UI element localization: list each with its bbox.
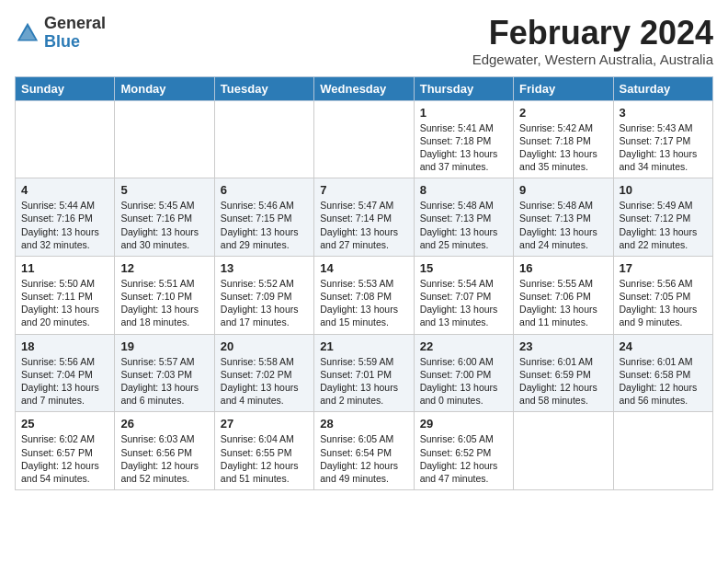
day-content: Sunrise: 5:58 AM Sunset: 7:02 PM Dayligh…: [221, 355, 308, 408]
day-header-monday: Monday: [115, 76, 214, 100]
calendar-cell: 15Sunrise: 5:54 AM Sunset: 7:07 PM Dayli…: [414, 256, 513, 334]
location-subtitle: Edgewater, Western Australia, Australia: [472, 52, 713, 67]
day-header-tuesday: Tuesday: [214, 76, 313, 100]
day-content: Sunrise: 6:00 AM Sunset: 7:00 PM Dayligh…: [420, 355, 507, 408]
calendar-cell: [514, 412, 613, 490]
day-content: Sunrise: 5:48 AM Sunset: 7:13 PM Dayligh…: [519, 199, 607, 251]
day-content: Sunrise: 5:43 AM Sunset: 7:17 PM Dayligh…: [620, 121, 707, 174]
day-number: 28: [320, 417, 407, 431]
day-content: Sunrise: 5:46 AM Sunset: 7:15 PM Dayligh…: [221, 199, 308, 251]
day-number: 1: [420, 106, 507, 120]
days-header-row: SundayMondayTuesdayWednesdayThursdayFrid…: [16, 76, 713, 100]
day-number: 7: [320, 183, 407, 197]
day-content: Sunrise: 5:47 AM Sunset: 7:14 PM Dayligh…: [320, 199, 407, 251]
calendar-cell: 14Sunrise: 5:53 AM Sunset: 7:08 PM Dayli…: [314, 256, 414, 334]
calendar-cell: 10Sunrise: 5:49 AM Sunset: 7:12 PM Dayli…: [613, 178, 712, 257]
calendar-cell: 23Sunrise: 6:01 AM Sunset: 6:59 PM Dayli…: [514, 334, 613, 412]
day-header-thursday: Thursday: [414, 76, 513, 100]
day-content: Sunrise: 5:56 AM Sunset: 7:04 PM Dayligh…: [21, 355, 108, 408]
day-number: 24: [620, 339, 707, 353]
day-number: 21: [320, 339, 407, 353]
calendar-cell: [613, 412, 712, 490]
day-content: Sunrise: 5:44 AM Sunset: 7:16 PM Dayligh…: [21, 199, 108, 251]
calendar-cell: 5Sunrise: 5:45 AM Sunset: 7:16 PM Daylig…: [115, 178, 214, 257]
day-number: 18: [21, 339, 108, 353]
calendar-cell: 11Sunrise: 5:50 AM Sunset: 7:11 PM Dayli…: [16, 256, 115, 334]
calendar-cell: [214, 100, 313, 178]
day-header-friday: Friday: [514, 76, 613, 100]
day-content: Sunrise: 5:54 AM Sunset: 7:07 PM Dayligh…: [420, 277, 507, 329]
logo: General Blue: [15, 15, 106, 52]
day-content: Sunrise: 5:56 AM Sunset: 7:05 PM Dayligh…: [620, 277, 707, 329]
day-number: 15: [420, 261, 507, 275]
calendar-week-row: 25Sunrise: 6:02 AM Sunset: 6:57 PM Dayli…: [16, 412, 713, 490]
day-content: Sunrise: 6:05 AM Sunset: 6:54 PM Dayligh…: [320, 432, 407, 485]
calendar-cell: 26Sunrise: 6:03 AM Sunset: 6:56 PM Dayli…: [115, 412, 214, 490]
day-content: Sunrise: 5:41 AM Sunset: 7:18 PM Dayligh…: [420, 121, 507, 174]
calendar-cell: 7Sunrise: 5:47 AM Sunset: 7:14 PM Daylig…: [314, 178, 414, 257]
day-number: 13: [221, 261, 308, 275]
day-number: 12: [120, 261, 208, 275]
day-number: 23: [519, 339, 607, 353]
calendar-body: 1Sunrise: 5:41 AM Sunset: 7:18 PM Daylig…: [16, 100, 713, 489]
calendar-cell: 6Sunrise: 5:46 AM Sunset: 7:15 PM Daylig…: [214, 178, 313, 257]
calendar-cell: 4Sunrise: 5:44 AM Sunset: 7:16 PM Daylig…: [16, 178, 115, 257]
day-content: Sunrise: 5:57 AM Sunset: 7:03 PM Dayligh…: [120, 355, 208, 408]
calendar-week-row: 1Sunrise: 5:41 AM Sunset: 7:18 PM Daylig…: [16, 100, 713, 178]
calendar-cell: 3Sunrise: 5:43 AM Sunset: 7:17 PM Daylig…: [613, 100, 712, 178]
day-number: 25: [21, 417, 108, 431]
calendar-header: SundayMondayTuesdayWednesdayThursdayFrid…: [16, 76, 713, 100]
calendar-cell: 29Sunrise: 6:05 AM Sunset: 6:52 PM Dayli…: [414, 412, 513, 490]
calendar-cell: 2Sunrise: 5:42 AM Sunset: 7:18 PM Daylig…: [514, 100, 613, 178]
calendar-cell: 13Sunrise: 5:52 AM Sunset: 7:09 PM Dayli…: [214, 256, 313, 334]
calendar-week-row: 18Sunrise: 5:56 AM Sunset: 7:04 PM Dayli…: [16, 334, 713, 412]
day-number: 8: [420, 183, 507, 197]
day-content: Sunrise: 5:55 AM Sunset: 7:06 PM Dayligh…: [519, 277, 607, 329]
day-content: Sunrise: 5:50 AM Sunset: 7:11 PM Dayligh…: [21, 277, 108, 329]
day-content: Sunrise: 5:59 AM Sunset: 7:01 PM Dayligh…: [320, 355, 407, 408]
day-content: Sunrise: 6:04 AM Sunset: 6:55 PM Dayligh…: [221, 432, 308, 485]
day-content: Sunrise: 6:03 AM Sunset: 6:56 PM Dayligh…: [120, 432, 208, 485]
day-header-sunday: Sunday: [16, 76, 115, 100]
day-content: Sunrise: 5:49 AM Sunset: 7:12 PM Dayligh…: [620, 199, 707, 251]
calendar-cell: 16Sunrise: 5:55 AM Sunset: 7:06 PM Dayli…: [514, 256, 613, 334]
day-number: 17: [620, 261, 707, 275]
day-content: Sunrise: 6:05 AM Sunset: 6:52 PM Dayligh…: [420, 432, 507, 485]
calendar-cell: 22Sunrise: 6:00 AM Sunset: 7:00 PM Dayli…: [414, 334, 513, 412]
logo-text: General Blue: [44, 15, 106, 52]
day-content: Sunrise: 6:01 AM Sunset: 6:59 PM Dayligh…: [519, 355, 607, 408]
day-number: 11: [21, 261, 108, 275]
calendar-cell: 1Sunrise: 5:41 AM Sunset: 7:18 PM Daylig…: [414, 100, 513, 178]
calendar-cell: 17Sunrise: 5:56 AM Sunset: 7:05 PM Dayli…: [613, 256, 712, 334]
day-number: 4: [21, 183, 108, 197]
day-content: Sunrise: 5:53 AM Sunset: 7:08 PM Dayligh…: [320, 277, 407, 329]
day-number: 20: [221, 339, 308, 353]
day-content: Sunrise: 5:42 AM Sunset: 7:18 PM Dayligh…: [519, 121, 607, 174]
month-title: February 2024: [472, 15, 713, 52]
day-number: 27: [221, 417, 308, 431]
day-header-wednesday: Wednesday: [314, 76, 414, 100]
day-content: Sunrise: 5:52 AM Sunset: 7:09 PM Dayligh…: [221, 277, 308, 329]
day-header-saturday: Saturday: [613, 76, 712, 100]
calendar-table: SundayMondayTuesdayWednesdayThursdayFrid…: [15, 76, 713, 490]
calendar-cell: 25Sunrise: 6:02 AM Sunset: 6:57 PM Dayli…: [16, 412, 115, 490]
calendar-cell: 20Sunrise: 5:58 AM Sunset: 7:02 PM Dayli…: [214, 334, 313, 412]
day-number: 26: [120, 417, 208, 431]
day-number: 5: [120, 183, 208, 197]
calendar-week-row: 11Sunrise: 5:50 AM Sunset: 7:11 PM Dayli…: [16, 256, 713, 334]
day-number: 14: [320, 261, 407, 275]
calendar-cell: [16, 100, 115, 178]
day-number: 19: [120, 339, 208, 353]
calendar-week-row: 4Sunrise: 5:44 AM Sunset: 7:16 PM Daylig…: [16, 178, 713, 257]
calendar-cell: 24Sunrise: 6:01 AM Sunset: 6:58 PM Dayli…: [613, 334, 712, 412]
day-number: 16: [519, 261, 607, 275]
calendar-cell: 18Sunrise: 5:56 AM Sunset: 7:04 PM Dayli…: [16, 334, 115, 412]
page-header: General Blue February 2024 Edgewater, We…: [15, 15, 713, 67]
calendar-cell: 9Sunrise: 5:48 AM Sunset: 7:13 PM Daylig…: [514, 178, 613, 257]
calendar-cell: 27Sunrise: 6:04 AM Sunset: 6:55 PM Dayli…: [214, 412, 313, 490]
day-number: 29: [420, 417, 507, 431]
calendar-cell: 28Sunrise: 6:05 AM Sunset: 6:54 PM Dayli…: [314, 412, 414, 490]
calendar-cell: 8Sunrise: 5:48 AM Sunset: 7:13 PM Daylig…: [414, 178, 513, 257]
day-content: Sunrise: 6:02 AM Sunset: 6:57 PM Dayligh…: [21, 432, 108, 485]
title-block: February 2024 Edgewater, Western Austral…: [472, 15, 713, 67]
